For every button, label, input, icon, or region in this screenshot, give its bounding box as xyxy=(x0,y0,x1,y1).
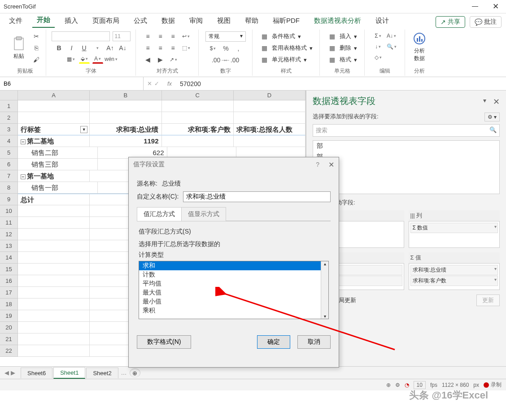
field-list[interactable]: 部 部 组 数 xyxy=(313,140,500,194)
align-center[interactable]: ≡ xyxy=(156,43,166,53)
indent-dec[interactable]: ◀ xyxy=(143,55,153,65)
cut-button[interactable]: ✂ xyxy=(31,31,41,41)
pane-close-button[interactable]: ✕ xyxy=(493,97,500,107)
zone-item[interactable]: 求和项:总业绩▾ xyxy=(410,265,498,275)
cell-style-button[interactable]: ▦单元格样式 ▾ xyxy=(259,55,307,65)
comma[interactable]: , xyxy=(234,43,244,53)
row-header[interactable]: 16 xyxy=(0,275,18,287)
delete-cells-button[interactable]: ▦删除 ▾ xyxy=(327,43,357,53)
phonetic-button[interactable]: wén xyxy=(106,55,117,64)
font-size[interactable]: 11 xyxy=(113,31,131,41)
align-bot[interactable]: ≡ xyxy=(168,31,178,41)
tab-summarize-by[interactable]: 值汇总方式 xyxy=(137,207,182,221)
zone-values[interactable]: Σ 值 求和项:总业绩▾ 求和项:客户数▾ xyxy=(409,252,500,290)
row-header[interactable]: 3 xyxy=(0,124,18,135)
calc-option-product[interactable]: 乘积 xyxy=(139,306,328,315)
merge-button[interactable]: ⬚ xyxy=(181,43,192,52)
fps-value[interactable]: 10 xyxy=(414,381,426,389)
inc-decimal[interactable]: .00→ xyxy=(214,55,224,65)
tab-home[interactable]: 开始 xyxy=(32,13,55,28)
ok-button[interactable]: 确定 xyxy=(257,335,290,349)
zone-item[interactable]: Σ 数值▾ xyxy=(410,223,498,233)
percent[interactable]: % xyxy=(221,43,231,53)
custom-name-input[interactable] xyxy=(183,191,331,202)
calc-option-count[interactable]: 计数 xyxy=(139,270,328,279)
find[interactable]: 🔍 xyxy=(386,42,397,51)
calc-type-listbox[interactable]: 求和 计数 平均值 最大值 最小值 乘积 ▴▾ xyxy=(139,261,329,319)
select-all-corner[interactable] xyxy=(0,91,18,100)
tab-design[interactable]: 设计 xyxy=(371,14,393,28)
underline-button[interactable]: U xyxy=(79,43,89,53)
row-header[interactable]: 12 xyxy=(0,229,18,240)
pivot-item-row[interactable]: 销售三部 xyxy=(18,159,98,170)
collapse-icon[interactable]: − xyxy=(21,139,26,144)
number-format-select[interactable]: 常规▾ xyxy=(205,31,246,42)
dialog-help-button[interactable]: ? xyxy=(316,161,319,168)
font-color[interactable]: A xyxy=(92,55,103,64)
pane-gear-button[interactable]: ⚙ ▾ xyxy=(484,113,500,121)
orientation[interactable]: ↗ xyxy=(168,55,179,64)
insert-cells-button[interactable]: ▦插入 ▾ xyxy=(327,31,357,41)
field-item[interactable]: 组 xyxy=(313,162,499,173)
pivot-group-row[interactable]: −第二基地 xyxy=(18,135,90,147)
field-item[interactable]: 部 xyxy=(313,152,499,162)
cancel-fx-icon[interactable]: ✕ xyxy=(147,80,152,87)
grow-font[interactable]: A↑ xyxy=(105,43,115,53)
zone-columns[interactable]: ||| 列 Σ 数值▾ xyxy=(409,210,500,248)
col-header-c[interactable]: C xyxy=(162,91,234,100)
row-header[interactable]: 11 xyxy=(0,217,18,229)
target-icon[interactable]: ⊕ xyxy=(386,382,391,388)
settings-icon[interactable]: ⚙ xyxy=(395,382,400,388)
close-button[interactable]: ✕ xyxy=(485,0,506,13)
fill-color[interactable]: ⬙ xyxy=(79,55,90,64)
autosum[interactable]: Σ xyxy=(373,31,384,40)
record-button[interactable]: 录制 xyxy=(484,381,502,389)
sheet-tab-active[interactable]: Sheet1 xyxy=(53,367,85,379)
border-button[interactable]: ▦ xyxy=(65,55,76,64)
name-box[interactable] xyxy=(0,77,144,90)
tab-pdf[interactable]: 福昕PDF xyxy=(268,14,304,28)
row-header[interactable]: 2 xyxy=(0,112,18,124)
bold-button[interactable]: B xyxy=(54,43,64,53)
table-format-button[interactable]: ▦套用表格格式 ▾ xyxy=(259,43,313,53)
fill[interactable]: ↓ xyxy=(373,42,384,51)
col-header-d[interactable]: D xyxy=(234,91,305,100)
clear[interactable]: ◇ xyxy=(373,53,384,62)
prev-sheet[interactable]: ◀ xyxy=(4,369,9,376)
formula-input[interactable]: 570200 xyxy=(176,80,506,87)
row-header[interactable]: 17 xyxy=(0,287,18,299)
minimize-button[interactable] xyxy=(465,0,485,13)
row-header[interactable]: 7 xyxy=(0,170,18,182)
pivot-group-row[interactable]: −第一基地 xyxy=(18,170,90,182)
name-box-input[interactable] xyxy=(4,80,140,87)
update-button[interactable]: 更新 xyxy=(476,294,500,306)
format-cells-button[interactable]: ▦格式 ▾ xyxy=(327,55,357,65)
copy-button[interactable]: ⎘ xyxy=(31,43,41,53)
pane-options-dropdown[interactable]: ▾ xyxy=(483,97,486,104)
row-header[interactable]: 13 xyxy=(0,240,18,252)
align-mid[interactable]: ≡ xyxy=(156,31,166,41)
row-header[interactable]: 20 xyxy=(0,322,18,333)
format-painter-button[interactable]: 🖌 xyxy=(31,55,41,65)
tab-show-values-as[interactable]: 值显示方式 xyxy=(181,207,226,221)
tab-data[interactable]: 数据 xyxy=(157,14,179,28)
row-header[interactable]: 22 xyxy=(0,345,18,357)
new-sheet-button[interactable]: ⊕ xyxy=(130,368,140,377)
share-button[interactable]: ↗ 共享 xyxy=(436,16,465,28)
dialog-close-button[interactable]: ✕ xyxy=(328,160,334,169)
row-header[interactable]: 18 xyxy=(0,299,18,310)
row-header[interactable]: 19 xyxy=(0,310,18,322)
cond-format-button[interactable]: ▦条件格式 ▾ xyxy=(259,31,301,41)
col-header-b[interactable]: B xyxy=(90,91,161,100)
analyze-data-button[interactable]: 分析 数据 xyxy=(410,31,429,63)
field-item[interactable]: 数 xyxy=(313,176,499,186)
align-left[interactable]: ≡ xyxy=(143,43,153,53)
listbox-scrollbar[interactable]: ▴▾ xyxy=(321,261,328,319)
next-sheet[interactable]: ▶ xyxy=(11,369,15,376)
tab-review[interactable]: 审阅 xyxy=(185,14,207,28)
number-format-button[interactable]: 数字格式(N) xyxy=(137,335,191,349)
tab-layout[interactable]: 页面布局 xyxy=(88,14,124,28)
comments-button[interactable]: 💬 批注 xyxy=(470,16,502,28)
tab-pivot-analyze[interactable]: 数据透视表分析 xyxy=(310,14,366,28)
underline-drop[interactable] xyxy=(92,43,103,52)
